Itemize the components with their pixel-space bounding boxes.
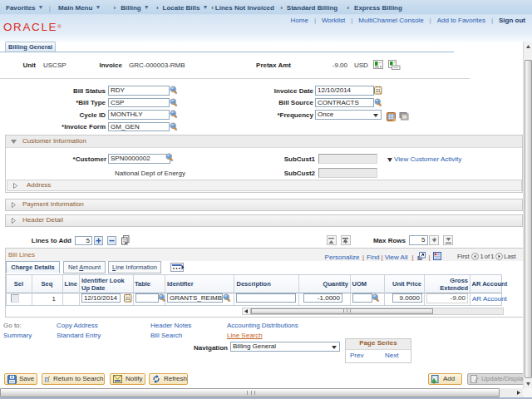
svg-text:21: 21: [376, 88, 381, 93]
svg-text:21: 21: [125, 296, 130, 301]
